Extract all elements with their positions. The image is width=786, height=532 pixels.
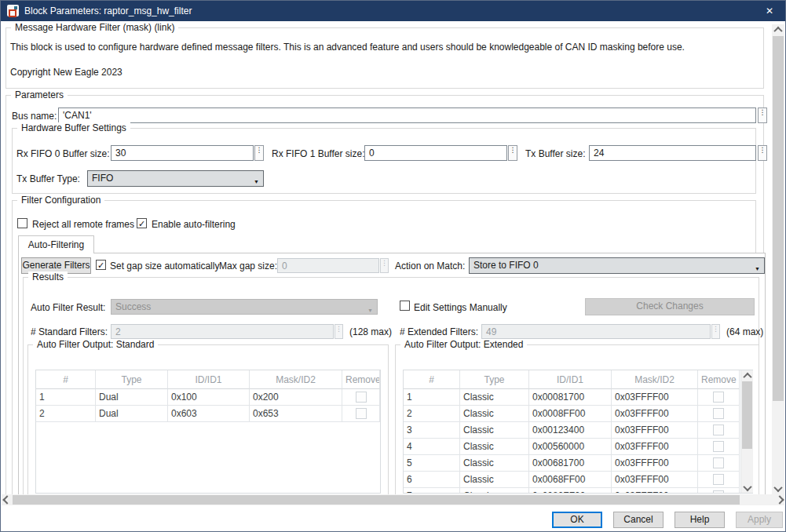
scroll-left-icon[interactable]	[2, 494, 12, 505]
standard-filters-max-note: (128 max)	[349, 326, 392, 337]
action-on-match-label: Action on Match:	[395, 261, 465, 271]
remove-cell	[698, 439, 740, 455]
table-cell: 2	[404, 406, 460, 422]
rx-fifo1-label: Rx FIFO 1 Buffer size:	[272, 148, 364, 159]
remove-checkbox	[713, 392, 724, 403]
action-on-match-value: Store to FIFO 0	[473, 260, 539, 271]
tx-buffer-type-value: FIFO	[92, 173, 113, 184]
table-row: 2Dual0x6030x653	[36, 406, 380, 422]
table-cell: 0x100	[168, 389, 250, 406]
table-cell: 1	[36, 389, 96, 406]
remove-cell	[342, 389, 380, 406]
column-header: Mask/ID2	[612, 370, 698, 389]
table-row: 2Classic0x0008FF000x03FFFF00	[404, 406, 740, 422]
table-header-row: #TypeID/ID1Mask/ID2Remove	[36, 370, 380, 389]
edit-settings-manually-label: Edit Settings Manually	[414, 302, 507, 313]
block-description: This block is used to configure hardware…	[10, 42, 685, 53]
help-button[interactable]: Help	[674, 512, 725, 528]
apply-button: Apply	[736, 512, 783, 528]
dialog-vscrollbar[interactable]	[772, 24, 784, 494]
table-row: 4Classic0x005600000x03FFFF00	[404, 439, 740, 455]
extended-filter-table[interactable]: #TypeID/ID1Mask/ID2Remove1Classic0x00081…	[403, 370, 753, 494]
close-icon[interactable]: ✕	[760, 3, 779, 19]
remove-checkbox	[713, 408, 724, 419]
extended-table-vscrollbar[interactable]	[740, 370, 753, 493]
table-row: 3Classic0x001234000x03FFFF00	[404, 422, 740, 439]
scroll-down-icon[interactable]	[772, 483, 784, 494]
tx-buffer-size-input[interactable]: 24	[589, 145, 756, 161]
table-row: 6Classic0x0068FF000x03FFFF00	[404, 472, 740, 488]
enable-auto-filtering-checkbox[interactable]: ✓	[137, 218, 147, 228]
column-header: Remove	[342, 370, 380, 389]
bus-name-spinner[interactable]: ⋮	[758, 107, 767, 123]
remove-checkbox	[713, 490, 724, 494]
table-cell: 7	[404, 488, 460, 494]
remove-cell	[698, 472, 740, 488]
rx-fifo0-input[interactable]: 30	[111, 145, 254, 161]
chevron-down-icon: ▼	[254, 175, 259, 188]
enable-auto-filtering-label: Enable auto-filtering	[152, 219, 236, 230]
reject-remote-frames-checkbox[interactable]	[17, 218, 27, 228]
mask-description-group: Message Hardware Filter (mask) (link)	[5, 27, 764, 89]
table-cell: 0x653	[250, 406, 342, 422]
rx-fifo0-spinner[interactable]: ⋮	[254, 145, 264, 161]
remove-checkbox	[713, 441, 724, 452]
hscroll-thumb[interactable]	[13, 495, 740, 505]
rx-fifo1-spinner[interactable]: ⋮	[508, 145, 517, 161]
tab-auto-filtering[interactable]: Auto-Filtering	[18, 235, 94, 253]
results-group-title: Results	[28, 271, 68, 282]
chevron-down-icon: ▼	[367, 304, 373, 317]
auto-filter-result-label: Auto Filter Result:	[31, 302, 105, 313]
rx-fifo1-input[interactable]: 0	[364, 145, 507, 161]
vscroll-thumb[interactable]	[773, 36, 784, 401]
remove-checkbox	[356, 392, 367, 403]
table-cell: 0x00081700	[529, 389, 612, 406]
max-gap-size-spinner: ⋮	[380, 258, 389, 273]
table-cell: 5	[404, 455, 460, 472]
table-cell: 0x603	[168, 406, 250, 422]
column-header: Mask/ID2	[250, 370, 342, 389]
standard-filter-table[interactable]: #TypeID/ID1Mask/ID2Remove1Dual0x1000x200…	[35, 370, 381, 494]
standard-output-group-title: Auto Filter Output: Standard	[33, 339, 158, 350]
table-cell: Classic	[460, 439, 529, 455]
extended-filters-label: # Extended Filters:	[400, 326, 478, 337]
ok-button[interactable]: OK	[552, 512, 602, 528]
remove-cell	[698, 389, 740, 406]
parameters-group-title: Parameters	[11, 89, 68, 100]
action-on-match-dropdown[interactable]: Store to FIFO 0 ▼	[469, 257, 765, 274]
bus-name-input[interactable]: 'CAN1'	[58, 107, 756, 123]
column-header: ID/ID1	[168, 370, 250, 389]
remove-checkbox	[713, 425, 724, 435]
max-gap-size-label: Max gap size:	[219, 261, 277, 271]
standard-filters-label: # Standard Filters:	[31, 326, 108, 337]
cancel-button[interactable]: Cancel	[613, 512, 664, 528]
extended-table-scroll-thumb[interactable]	[742, 381, 752, 449]
scroll-down-icon[interactable]	[741, 483, 753, 493]
table-row: 1Dual0x1000x200	[36, 389, 380, 406]
scroll-up-icon[interactable]	[741, 370, 753, 381]
dialog-hscrollbar[interactable]	[2, 494, 784, 505]
reject-remote-frames-label: Reject all remote frames	[32, 219, 134, 230]
column-header: ID/ID1	[529, 370, 612, 389]
column-header: Type	[460, 370, 529, 389]
edit-settings-manually-checkbox[interactable]	[400, 301, 410, 311]
remove-cell	[698, 488, 740, 494]
table-cell: 0x0068FF00	[529, 472, 612, 488]
checkmark-icon: ✓	[97, 261, 105, 270]
titlebar[interactable]: Block Parameters: raptor_msg_hw_filter ✕	[1, 1, 785, 21]
chevron-down-icon: ▼	[755, 262, 760, 275]
table-cell: 0x03FFFF00	[612, 472, 698, 488]
tx-buffer-size-spinner[interactable]: ⋮	[758, 145, 767, 161]
table-cell: 0x00560000	[529, 439, 612, 455]
table-cell: Classic	[460, 422, 529, 439]
tx-buffer-type-dropdown[interactable]: FIFO ▼	[87, 170, 264, 187]
rx-fifo0-label: Rx FIFO 0 Buffer size:	[16, 148, 109, 159]
table-header-row: #TypeID/ID1Mask/ID2Remove	[404, 370, 740, 389]
table-row: 1Classic0x000817000x03FFFF00	[404, 389, 740, 406]
scroll-right-icon[interactable]	[774, 494, 784, 505]
scroll-up-icon[interactable]	[772, 24, 784, 35]
table-cell: Classic	[460, 455, 529, 472]
table-cell: 0x0080FF00	[529, 488, 612, 494]
set-gap-auto-checkbox[interactable]: ✓	[96, 260, 106, 270]
copyright-text: Copyright New Eagle 2023	[10, 67, 122, 78]
